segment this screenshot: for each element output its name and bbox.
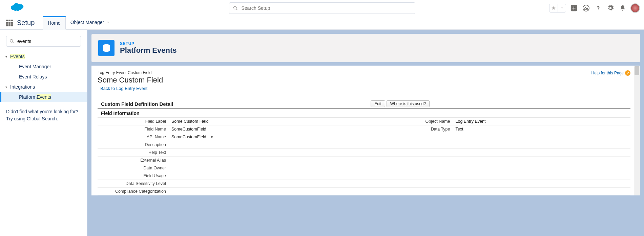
sidebar-group-integrations[interactable]: ▾ Integrations <box>0 82 87 92</box>
help-for-page-link[interactable]: Help for this Page ? <box>591 70 630 76</box>
page-title: Platform Events <box>120 46 177 55</box>
field-name-value: SomeCustomField <box>169 125 382 133</box>
table-row: Help Text <box>98 149 630 157</box>
gear-icon[interactable] <box>606 4 615 13</box>
svg-line-6 <box>13 42 14 43</box>
setup-sidebar: ▾ Events Event Manager Event Relays ▾ In… <box>0 30 87 236</box>
favorites-dropdown-icon[interactable] <box>558 4 566 12</box>
table-row: Field Name SomeCustomField Data Type Tex… <box>98 125 630 133</box>
object-name-label: Object Name <box>382 118 453 125</box>
page-header: SETUP Platform Events <box>91 34 640 62</box>
record-title: Some Custom Field <box>98 76 591 85</box>
subsection-title: Field Information <box>98 109 630 118</box>
field-usage-label: Field Usage <box>98 172 169 180</box>
favorites-combo <box>549 4 566 13</box>
breadcrumb: Log Entry Event Custom Field <box>98 70 591 75</box>
chevron-down-icon: ▾ <box>3 55 9 58</box>
tab-object-manager-label: Object Manager <box>70 20 104 25</box>
detail-panel: Log Entry Event Custom Field Some Custom… <box>91 66 640 195</box>
field-name-label: Field Name <box>98 125 169 133</box>
table-row: Description <box>98 141 630 149</box>
section-title: Custom Field Definition Detail <box>101 101 173 107</box>
table-row: API Name SomeCustomField__c <box>98 133 630 141</box>
svg-line-1 <box>236 8 237 10</box>
global-search-input[interactable] <box>229 2 415 14</box>
description-value <box>169 141 630 149</box>
help-for-page-label: Help for this Page <box>591 71 624 75</box>
sidebar-group-events[interactable]: ▾ Events <box>0 51 87 62</box>
description-label: Description <box>98 141 169 149</box>
page-eyebrow: SETUP <box>120 41 177 46</box>
compliance-label: Compliance Categorization <box>98 188 169 195</box>
help-text-label: Help Text <box>98 149 169 157</box>
sidebar-item-platform-events-pre: Platform <box>19 94 37 100</box>
tab-home[interactable]: Home <box>43 16 65 30</box>
api-name-value: SomeCustomField__c <box>169 133 630 141</box>
table-row: Field Label Some Custom Field Object Nam… <box>98 118 630 125</box>
data-type-value: Text <box>453 125 631 133</box>
search-icon <box>233 6 238 10</box>
sidebar-footer-line1: Didn't find what you're looking for? <box>6 108 81 115</box>
bell-icon[interactable] <box>618 4 627 13</box>
where-used-button[interactable]: Where is this used? <box>387 100 430 107</box>
salesforce-logo[interactable] <box>4 2 24 14</box>
external-alias-value <box>169 157 630 164</box>
main-content: SETUP Platform Events Log Entry Event Cu… <box>87 30 644 236</box>
sidebar-group-events-label: Events <box>10 54 25 59</box>
global-header <box>0 0 644 16</box>
avatar[interactable] <box>630 3 640 13</box>
data-sensitivity-value <box>169 180 630 188</box>
app-name: Setup <box>17 19 35 27</box>
external-alias-label: External Alias <box>98 157 169 164</box>
sidebar-search-input[interactable] <box>6 36 81 47</box>
search-icon <box>9 39 14 44</box>
chevron-down-icon: ▾ <box>3 85 9 89</box>
table-row: Compliance Categorization <box>98 188 630 195</box>
api-name-label: API Name <box>98 133 169 141</box>
help-icon[interactable] <box>594 4 603 13</box>
help-icon: ? <box>625 70 630 76</box>
field-label-value: Some Custom Field <box>169 118 382 125</box>
back-link[interactable]: Back to Log Entry Event <box>100 86 147 91</box>
app-launcher-icon[interactable] <box>6 20 13 26</box>
trailhead-icon[interactable] <box>582 4 590 13</box>
tab-object-manager[interactable]: Object Manager <box>66 16 115 30</box>
context-nav: Setup Home Object Manager <box>0 16 644 30</box>
field-info-table: Field Label Some Custom Field Object Nam… <box>98 118 630 195</box>
edit-button[interactable]: Edit <box>371 100 385 107</box>
sidebar-group-integrations-label: Integrations <box>10 84 35 90</box>
sidebar-footer: Didn't find what you're looking for? Try… <box>0 102 87 128</box>
field-usage-value <box>169 172 630 180</box>
data-type-label: Data Type <box>382 125 453 133</box>
sidebar-item-event-relays[interactable]: Event Relays <box>0 72 87 82</box>
object-name-link[interactable]: Log Entry Event <box>456 119 486 124</box>
sidebar-footer-line2: Try using Global Search. <box>6 115 81 122</box>
platform-events-icon <box>98 40 115 56</box>
svg-point-0 <box>233 6 236 9</box>
svg-point-4 <box>598 9 599 10</box>
table-row: Data Sensitivity Level <box>98 180 630 188</box>
scrollbar[interactable] <box>634 66 640 195</box>
data-sensitivity-label: Data Sensitivity Level <box>98 180 169 188</box>
chevron-down-icon <box>106 20 110 24</box>
data-owner-value <box>169 164 630 172</box>
star-icon[interactable] <box>549 4 558 12</box>
compliance-value <box>169 188 630 195</box>
sidebar-item-platform-events[interactable]: Platform Events <box>0 92 87 102</box>
table-row: Data Owner <box>98 164 630 172</box>
table-row: Field Usage <box>98 172 630 180</box>
sidebar-item-platform-events-hl: Events <box>37 94 51 100</box>
global-search-wrap <box>229 2 415 14</box>
field-label-label: Field Label <box>98 118 169 125</box>
svg-point-5 <box>10 40 13 42</box>
help-text-value <box>169 149 630 157</box>
sidebar-item-event-manager[interactable]: Event Manager <box>0 62 87 72</box>
add-icon[interactable] <box>569 4 578 13</box>
table-row: External Alias <box>98 157 630 164</box>
data-owner-label: Data Owner <box>98 164 169 172</box>
header-actions <box>549 3 640 13</box>
